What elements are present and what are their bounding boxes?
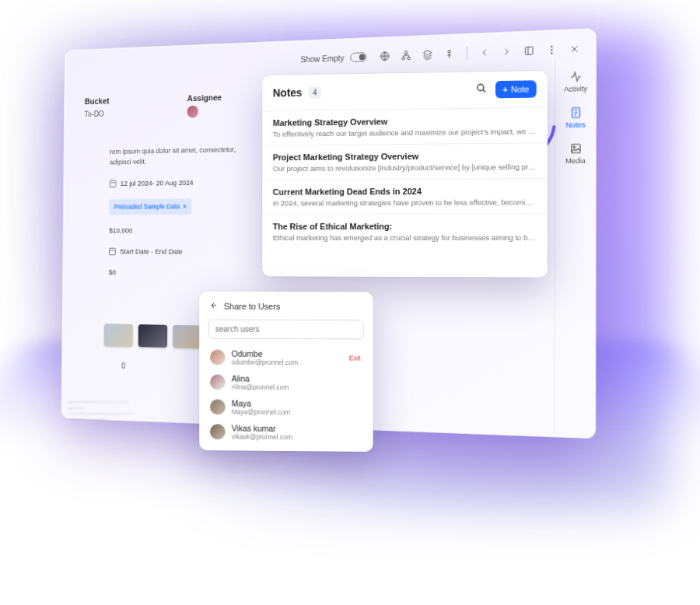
user-email: vikask@pronnel.com [232, 432, 292, 441]
thumbnail[interactable] [138, 324, 168, 348]
person-pin-icon[interactable] [440, 44, 459, 62]
svg-point-7 [551, 49, 553, 51]
avatar [210, 424, 226, 439]
notes-title: Notes [273, 86, 303, 99]
assignee-avatar[interactable] [187, 106, 199, 118]
svg-rect-5 [525, 47, 533, 54]
bucket-value: To-DO [85, 110, 110, 118]
globe-icon[interactable] [376, 47, 394, 65]
hierarchy-icon[interactable] [397, 47, 415, 65]
svg-point-8 [551, 53, 552, 54]
chevron-left-icon[interactable] [475, 44, 494, 62]
detail-date-range: 12 jul 2024- 20 Aug 2024 [121, 177, 194, 189]
sidepanel-media-label: Media [565, 156, 586, 165]
show-empty-toggle[interactable] [350, 52, 366, 62]
thumbnail[interactable] [104, 323, 133, 347]
note-title: Current Marketing Dead Ends in 2024 [273, 186, 537, 197]
svg-rect-10 [571, 144, 579, 152]
sidepanel-media[interactable]: Media [558, 138, 593, 169]
svg-point-6 [551, 46, 553, 47]
note-item[interactable]: Marketing Strategy Overview To effective… [262, 108, 548, 146]
user-row[interactable]: Vikas kumarvikask@pronnel.com [208, 419, 364, 446]
item-detail: rem ipsum quia dolor sit amet, consectet… [109, 144, 250, 279]
svg-rect-1 [404, 51, 407, 54]
note-item[interactable]: Current Marketing Dead Ends in 2024 In 2… [262, 179, 548, 215]
bucket-header: Bucket [85, 96, 110, 106]
sidepanel-notes-label: Notes [566, 121, 586, 129]
share-title: Share to Users [224, 302, 281, 311]
more-icon[interactable] [542, 40, 562, 59]
sidepanel-activity[interactable]: Activity [558, 66, 593, 96]
note-desc: Ethical marketing has emerged as a cruci… [273, 233, 537, 242]
back-icon[interactable] [208, 301, 218, 312]
detail-description: rem ipsum quia dolor sit amet, consectet… [110, 144, 250, 168]
calendar-icon [109, 248, 116, 256]
chevron-right-icon[interactable] [497, 43, 516, 61]
exit-link[interactable]: Exit [349, 354, 361, 362]
svg-point-11 [573, 146, 575, 148]
share-panel: Share to Users Odumbeodumbe@pronnel.com … [199, 292, 373, 452]
right-sidepanel: Activity Notes Media [554, 60, 596, 438]
tag-remove-icon[interactable]: × [183, 201, 187, 212]
note-item[interactable]: The Rise of Ethical Marketing: Ethical m… [262, 214, 548, 249]
detail-tag[interactable]: Preloaded Sample Data× [109, 198, 191, 215]
detail-price: $10,000 [109, 226, 132, 236]
thumbnail[interactable] [173, 325, 202, 348]
note-desc: To effectively reach our target audience… [273, 127, 537, 138]
note-title: The Rise of Ethical Marketing: [273, 222, 537, 232]
sidepanel-activity-label: Activity [564, 85, 587, 93]
detail-price-2: $0 [109, 268, 116, 278]
svg-point-4 [448, 50, 451, 53]
svg-rect-3 [408, 57, 410, 59]
expand-icon[interactable] [520, 41, 539, 60]
search-icon[interactable] [475, 82, 488, 97]
thumbnail-count: 0 [121, 362, 125, 370]
share-search-input[interactable] [208, 320, 364, 340]
note-desc: In 2024, several marketing strategies ha… [273, 198, 537, 207]
user-row[interactable]: Odumbeodumbe@pronnel.com Exit [208, 345, 364, 371]
note-desc: Our project aims to revolutionize [indus… [273, 163, 537, 173]
reflection-decoration: Vikas kumar vikask@pronnel.com Maya Maya… [54, 373, 358, 422]
avatar [210, 350, 226, 365]
show-empty-label: Show Empty [300, 53, 344, 64]
user-name: Odumbe [232, 349, 298, 358]
user-name: Vikas kumar [232, 423, 292, 433]
svg-point-12 [478, 84, 484, 90]
assignee-header: Assignee [187, 93, 222, 103]
note-title: Marketing Strategy Overview [273, 115, 537, 128]
user-email: odumbe@pronnel.com [232, 358, 298, 366]
close-icon[interactable] [565, 40, 584, 58]
note-item[interactable]: Project Marketing Strategy Overview Our … [262, 143, 548, 180]
note-title: Project Marketing Strategy Overview [273, 150, 537, 162]
toolbar-divider [467, 46, 467, 60]
svg-rect-2 [402, 58, 404, 60]
calendar-icon [110, 180, 117, 187]
plus-icon: + [502, 85, 508, 94]
sidepanel-notes[interactable]: Notes [558, 103, 593, 133]
add-note-button[interactable]: +Note [495, 80, 536, 98]
layers-icon[interactable] [418, 46, 437, 64]
notes-panel: Notes 4 +Note Marketing Strategy Overvie… [262, 71, 548, 278]
detail-date-range-2: Start Date - End Date [120, 247, 183, 257]
notes-count: 4 [308, 86, 321, 98]
bucket-column: Bucket To-DO [85, 96, 110, 119]
assignee-column: Assignee [187, 93, 222, 119]
